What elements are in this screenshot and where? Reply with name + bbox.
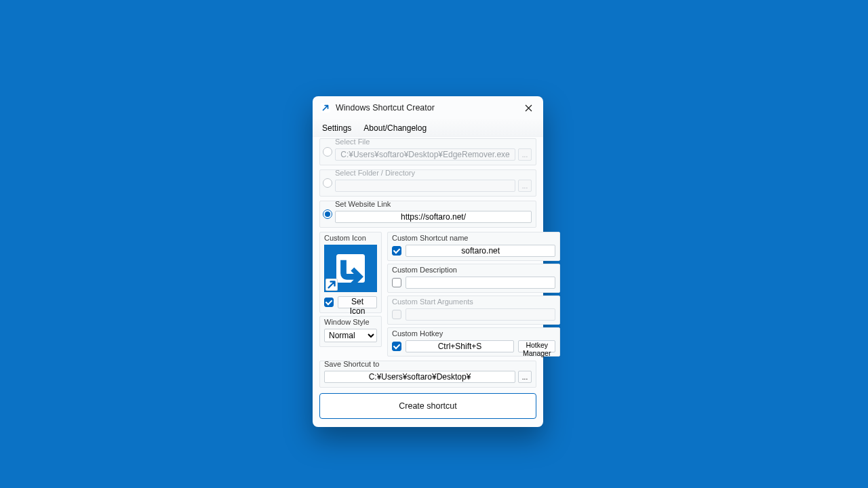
app-window: Windows Shortcut Creator Settings About/… — [313, 96, 543, 427]
label-shortcut-name: Custom Shortcut name — [392, 234, 555, 242]
hotkey-manager-button[interactable]: Hotkey Manager — [518, 340, 555, 352]
label-save-to: Save Shortcut to — [324, 360, 379, 368]
group-select-file: Select File ... — [319, 138, 536, 165]
select-window-style[interactable]: Normal — [324, 329, 377, 342]
pane-shortcut-name: Custom Shortcut name — [387, 232, 560, 261]
browse-folder-button: ... — [518, 180, 532, 192]
browse-file-button: ... — [518, 148, 532, 161]
menu-about[interactable]: About/Changelog — [363, 123, 427, 133]
label-custom-icon: Custom Icon — [324, 234, 377, 242]
close-button[interactable] — [519, 98, 538, 117]
app-icon — [321, 103, 330, 113]
checkbox-description[interactable] — [392, 278, 401, 287]
checkbox-shortcut-name[interactable] — [392, 246, 401, 256]
checkbox-start-args — [392, 310, 401, 319]
label-window-style: Window Style — [324, 318, 377, 326]
group-select-folder: Select Folder / Directory ... — [319, 169, 536, 197]
content: Select File ... Select Folder / Director… — [313, 137, 543, 388]
label-start-args: Custom Start Arguments — [392, 298, 555, 306]
label-select-folder: Select Folder / Directory — [335, 169, 415, 177]
pane-hotkey: Custom Hotkey Hotkey Manager — [387, 327, 560, 357]
label-hotkey: Custom Hotkey — [392, 329, 555, 338]
checkbox-hotkey[interactable] — [392, 342, 401, 351]
radio-select-file[interactable] — [323, 147, 332, 157]
pane-start-args: Custom Start Arguments — [387, 296, 560, 325]
input-save-to[interactable] — [324, 371, 515, 383]
label-select-file: Select File — [335, 138, 370, 146]
icon-preview — [324, 245, 377, 292]
titlebar: Windows Shortcut Creator — [313, 96, 543, 119]
label-description: Custom Description — [392, 266, 555, 274]
pane-window-style: Window Style Normal — [319, 316, 382, 347]
pane-description: Custom Description — [387, 264, 560, 293]
input-select-folder — [335, 180, 515, 192]
overlay-arrow-icon — [326, 279, 338, 291]
menubar: Settings About/Changelog — [313, 119, 543, 137]
input-shortcut-name[interactable] — [406, 245, 555, 257]
label-website-link: Set Website Link — [335, 200, 391, 208]
group-save-to: Save Shortcut to ... — [319, 361, 536, 388]
row-icon-and-fields: Custom Icon Set Icon — [319, 232, 536, 357]
create-shortcut-button[interactable]: Create shortcut — [319, 393, 536, 419]
input-website-link[interactable] — [335, 211, 532, 223]
radio-select-folder[interactable] — [323, 178, 332, 188]
input-hotkey[interactable] — [406, 340, 514, 352]
pane-custom-icon: Custom Icon Set Icon — [319, 232, 382, 313]
menu-settings[interactable]: Settings — [322, 123, 351, 133]
window-title: Windows Shortcut Creator — [336, 103, 519, 113]
input-start-args — [406, 308, 555, 321]
set-icon-button[interactable]: Set Icon — [338, 296, 377, 308]
radio-website-link[interactable] — [323, 209, 332, 219]
browse-save-to-button[interactable]: ... — [518, 371, 532, 383]
group-website-link: Set Website Link — [319, 201, 536, 228]
input-select-file — [335, 148, 515, 161]
input-description[interactable] — [406, 277, 555, 289]
close-icon — [525, 104, 532, 112]
